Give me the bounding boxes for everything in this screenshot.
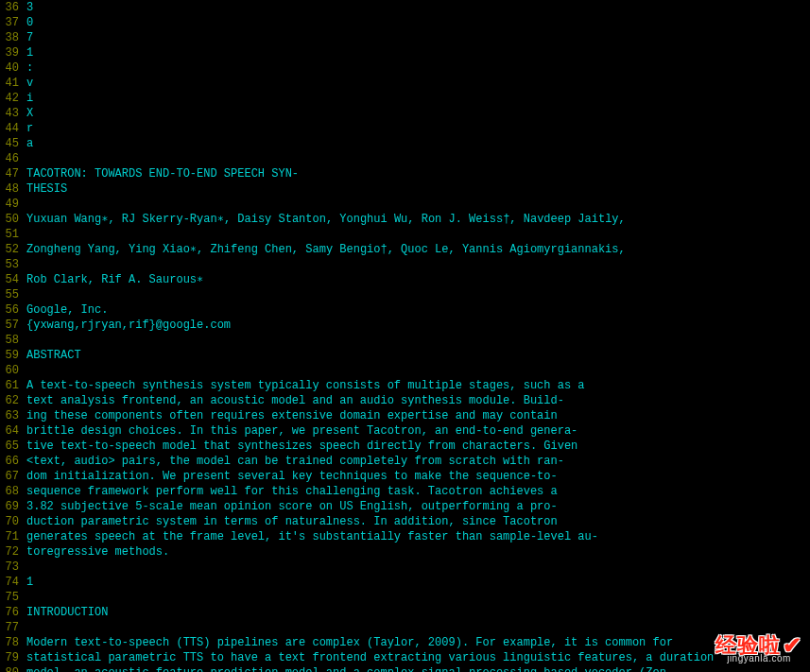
line-content[interactable]: {yxwang,rjryan,rif}@google.com (23, 318, 231, 333)
editor-line[interactable]: 80model, an acoustic feature prediction … (0, 665, 810, 672)
line-content[interactable]: Google, Inc. (23, 302, 108, 318)
editor-line[interactable]: 58 (0, 333, 810, 348)
editor-line[interactable]: 43X (0, 106, 810, 121)
editor-line[interactable]: 52Zongheng Yang, Ying Xiao∗, Zhifeng Che… (0, 242, 810, 257)
line-number: 75 (0, 590, 23, 605)
line-content[interactable] (23, 257, 26, 272)
editor-line[interactable]: 72toregressive methods. (0, 544, 810, 560)
line-content[interactable]: i (23, 91, 33, 106)
editor-line[interactable]: 65tive text-to-speech model that synthes… (0, 439, 810, 454)
line-content[interactable]: tive text-to-speech model that synthesiz… (23, 439, 577, 454)
editor-line[interactable]: 56Google, Inc. (0, 302, 810, 318)
line-number: 73 (0, 560, 23, 575)
line-content[interactable]: sequence framework perform well for this… (23, 484, 558, 499)
editor-line[interactable]: 370 (0, 15, 810, 30)
editor-line[interactable]: 73 (0, 560, 810, 575)
editor-line[interactable]: 79statistical parametric TTS to have a t… (0, 650, 810, 665)
editor-line[interactable]: 62text analysis frontend, an acoustic mo… (0, 393, 810, 408)
editor-line[interactable]: 76INTRODUCTION (0, 605, 810, 620)
line-content[interactable]: 3 (23, 0, 33, 15)
editor-line[interactable]: 63ing these components often requires ex… (0, 408, 810, 423)
line-content[interactable] (23, 620, 26, 635)
editor-line[interactable]: 77 (0, 620, 810, 635)
editor-line[interactable]: 40: (0, 60, 810, 76)
line-content[interactable]: toregressive methods. (23, 544, 169, 560)
line-content[interactable]: model, an acoustic feature prediction mo… (23, 665, 666, 672)
editor-line[interactable]: 71generates speech at the frame level, i… (0, 529, 810, 544)
editor-line[interactable]: 54Rob Clark, Rif A. Saurous∗ (0, 272, 810, 287)
editor-line[interactable]: 391 (0, 45, 810, 60)
line-content[interactable]: ABSTRACT (23, 348, 81, 363)
editor-line[interactable]: 48THESIS (0, 181, 810, 197)
line-content[interactable] (23, 151, 26, 166)
line-number: 55 (0, 287, 23, 302)
line-content[interactable]: Rob Clark, Rif A. Saurous∗ (23, 272, 203, 287)
line-number: 48 (0, 181, 23, 197)
line-content[interactable]: 1 (23, 575, 33, 590)
editor-line[interactable]: 51 (0, 227, 810, 242)
editor-line[interactable]: 47TACOTRON: TOWARDS END-TO-END SPEECH SY… (0, 166, 810, 181)
line-content[interactable] (23, 363, 26, 378)
line-content[interactable]: r (23, 121, 33, 136)
editor-line[interactable]: 66<text, audio> pairs, the model can be … (0, 454, 810, 469)
line-content[interactable]: <text, audio> pairs, the model can be tr… (23, 454, 564, 469)
line-content[interactable]: v (23, 76, 33, 91)
line-content[interactable]: Zongheng Yang, Ying Xiao∗, Zhifeng Chen,… (23, 242, 626, 257)
text-editor-viewport[interactable]: 36337038739140:41v42i43X44r45a4647TACOTR… (0, 0, 810, 672)
editor-line[interactable]: 46 (0, 151, 810, 166)
line-content[interactable]: 0 (23, 15, 33, 30)
line-content[interactable] (23, 287, 26, 302)
line-number: 52 (0, 242, 23, 257)
editor-line[interactable]: 67dom initialization. We present several… (0, 469, 810, 484)
line-content[interactable]: text analysis frontend, an acoustic mode… (23, 393, 564, 408)
editor-line[interactable]: 68sequence framework perform well for th… (0, 484, 810, 499)
editor-line[interactable]: 53 (0, 257, 810, 272)
editor-line[interactable]: 363 (0, 0, 810, 15)
editor-line[interactable]: 59ABSTRACT (0, 348, 810, 363)
line-content[interactable]: 1 (23, 45, 33, 60)
line-number: 69 (0, 499, 23, 514)
line-content[interactable] (23, 197, 26, 212)
editor-line[interactable]: 61A text-to-speech synthesis system typi… (0, 378, 810, 393)
line-content[interactable]: INTRODUCTION (23, 605, 108, 620)
editor-line[interactable]: 57{yxwang,rjryan,rif}@google.com (0, 318, 810, 333)
editor-line[interactable]: 60 (0, 363, 810, 378)
line-content[interactable]: Modern text-to-speech (TTS) pipelines ar… (23, 635, 673, 650)
editor-line[interactable]: 64brittle design choices. In this paper,… (0, 423, 810, 439)
editor-line[interactable]: 45a (0, 136, 810, 151)
line-content[interactable]: generates speech at the frame level, it'… (23, 529, 598, 544)
editor-line[interactable]: 42i (0, 91, 810, 106)
line-content[interactable]: statistical parametric TTS to have a tex… (23, 650, 714, 665)
line-content[interactable]: : (23, 60, 33, 76)
line-content[interactable]: TACOTRON: TOWARDS END-TO-END SPEECH SYN- (23, 166, 299, 181)
line-content[interactable]: X (23, 106, 33, 121)
line-content[interactable]: dom initialization. We present several k… (23, 469, 558, 484)
editor-line[interactable]: 44r (0, 121, 810, 136)
line-content[interactable]: 7 (23, 30, 33, 45)
line-content[interactable]: brittle design choices. In this paper, w… (23, 423, 577, 439)
editor-line[interactable]: 50Yuxuan Wang∗, RJ Skerry-Ryan∗, Daisy S… (0, 212, 810, 227)
editor-line[interactable]: 49 (0, 197, 810, 212)
line-number: 60 (0, 363, 23, 378)
line-content[interactable]: a (23, 136, 33, 151)
line-number: 53 (0, 257, 23, 272)
line-content[interactable] (23, 333, 26, 348)
editor-line[interactable]: 70duction parametric system in terms of … (0, 514, 810, 529)
line-content[interactable]: Yuxuan Wang∗, RJ Skerry-Ryan∗, Daisy Sta… (23, 212, 626, 227)
line-content[interactable]: duction parametric system in terms of na… (23, 514, 558, 529)
editor-line[interactable]: 55 (0, 287, 810, 302)
editor-line[interactable]: 387 (0, 30, 810, 45)
editor-line[interactable]: 693.82 subjective 5-scale mean opinion s… (0, 499, 810, 514)
line-content[interactable] (23, 560, 26, 575)
line-content[interactable]: ing these components often requires exte… (23, 408, 558, 423)
editor-line[interactable]: 78Modern text-to-speech (TTS) pipelines … (0, 635, 810, 650)
editor-line[interactable]: 75 (0, 590, 810, 605)
editor-line[interactable]: 41v (0, 76, 810, 91)
line-content[interactable] (23, 590, 26, 605)
line-content[interactable]: 3.82 subjective 5-scale mean opinion sco… (23, 499, 558, 514)
line-content[interactable]: A text-to-speech synthesis system typica… (23, 378, 585, 393)
line-number: 46 (0, 151, 23, 166)
editor-line[interactable]: 741 (0, 575, 810, 590)
line-content[interactable] (23, 227, 26, 242)
line-content[interactable]: THESIS (23, 181, 67, 197)
